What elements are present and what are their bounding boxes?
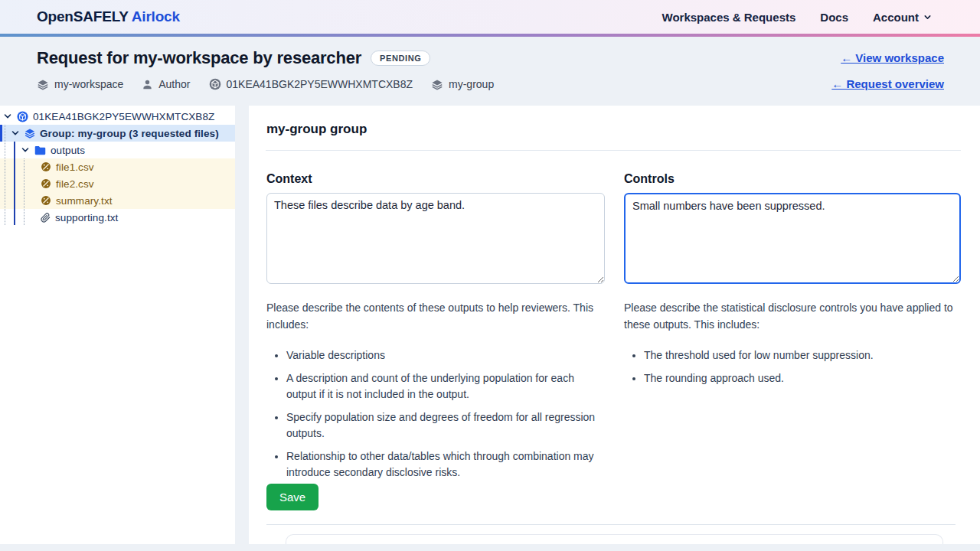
tree-item-summary-txt[interactable]: summary.txt xyxy=(0,192,235,209)
tree-guide-line xyxy=(5,125,5,225)
meta-workspace-label: my-workspace xyxy=(54,78,123,90)
meta-author-label: Author xyxy=(158,78,190,90)
meta-workspace: my-workspace xyxy=(37,78,123,90)
output-file-icon xyxy=(41,161,51,172)
context-bullet: Relationship to other data/tables which … xyxy=(286,448,605,481)
meta-request-id-label: 01KEA41BGK2PY5EWWHXMTCXB8Z xyxy=(227,78,413,90)
controls-help-list: The threshold used for low number suppre… xyxy=(624,347,961,386)
controls-help-text: Please describe the statistical disclosu… xyxy=(624,300,961,333)
meta-group: my-group xyxy=(431,78,494,90)
tree-item-label: outputs xyxy=(51,145,85,156)
brand-primary: OpenSAFELY xyxy=(37,8,128,24)
context-help-text: Please describe the contents of these ou… xyxy=(266,300,605,333)
chevron-down-icon xyxy=(923,13,932,21)
tree-item-label: supporting.txt xyxy=(55,212,118,223)
save-button[interactable]: Save xyxy=(266,484,318,510)
divider xyxy=(266,150,961,151)
tree-item-label: Group: my-group (3 requested files) xyxy=(40,128,219,139)
context-textarea[interactable]: These files describe data by age band. xyxy=(266,193,605,284)
meta-group-label: my-group xyxy=(449,78,494,90)
controls-bullet: The threshold used for low number suppre… xyxy=(644,347,961,364)
context-help-list: Variable descriptions A description and … xyxy=(266,347,605,481)
page: OpenSAFELY Airlock Workspaces & Requests… xyxy=(0,0,980,551)
chevron-down-icon[interactable] xyxy=(11,129,20,138)
tree-guide-line xyxy=(24,158,24,225)
tree-item-label: file2.csv xyxy=(56,178,94,190)
request-overview-link[interactable]: ← Request overview xyxy=(831,77,944,90)
tree-item-label: 01KEA41BGK2PY5EWWHXMTCXB8Z xyxy=(33,111,214,122)
request-icon xyxy=(17,111,28,122)
group-detail-panel: my-group group Context These files descr… xyxy=(249,106,980,544)
tree-item-label: summary.txt xyxy=(56,195,113,207)
cube-icon xyxy=(209,78,221,90)
file-tree-sidebar: 01KEA41BGK2PY5EWWHXMTCXB8Z Group: my-gro… xyxy=(0,106,235,544)
tree-item-label: file1.csv xyxy=(56,161,94,173)
comments-panel xyxy=(286,534,943,544)
layers-icon xyxy=(24,128,35,139)
paperclip-icon xyxy=(41,213,51,223)
divider xyxy=(266,524,956,525)
controls-column: Controls Small numbers have been suppres… xyxy=(624,172,961,393)
request-header: Request for my-workspace by researcher P… xyxy=(0,37,980,106)
folder-icon xyxy=(34,145,46,155)
tree-item-folder-outputs[interactable]: outputs xyxy=(0,142,235,158)
request-meta: my-workspace Author 01KEA41BGK2PY5EWWHXM… xyxy=(37,78,494,90)
context-bullet: A description and count of the underlyin… xyxy=(286,370,605,403)
nav-item-account-label: Account xyxy=(873,11,919,24)
context-column: Context These files describe data by age… xyxy=(266,172,605,487)
nav-links: Workspaces & Requests Docs Account xyxy=(662,11,932,24)
layers-icon xyxy=(431,79,443,90)
brand-logo[interactable]: OpenSAFELY Airlock xyxy=(37,8,180,25)
group-heading: my-group group xyxy=(266,122,367,137)
context-bullet: Variable descriptions xyxy=(286,347,605,364)
layers-icon xyxy=(37,79,49,90)
page-title: Request for my-workspace by researcher xyxy=(37,48,361,68)
context-heading: Context xyxy=(266,172,605,186)
brand-secondary: Airlock xyxy=(132,8,180,24)
output-file-icon xyxy=(41,178,51,189)
file-tree: 01KEA41BGK2PY5EWWHXMTCXB8Z Group: my-gro… xyxy=(0,106,235,226)
status-badge: PENDING xyxy=(371,51,430,66)
tree-item-file1-csv[interactable]: file1.csv xyxy=(0,158,235,175)
meta-request-id: 01KEA41BGK2PY5EWWHXMTCXB8Z xyxy=(209,78,413,90)
context-bullet: Specify population size and degrees of f… xyxy=(286,409,605,442)
controls-bullet: The rounding approach used. xyxy=(644,370,961,386)
chevron-down-icon[interactable] xyxy=(3,112,12,121)
tree-item-request-root[interactable]: 01KEA41BGK2PY5EWWHXMTCXB8Z xyxy=(0,108,235,125)
tree-item-supporting-txt[interactable]: supporting.txt xyxy=(0,209,235,226)
nav-item-account[interactable]: Account xyxy=(873,11,932,24)
view-workspace-link[interactable]: ← View workspace xyxy=(841,51,944,64)
user-icon xyxy=(142,79,153,90)
chevron-down-icon[interactable] xyxy=(21,145,30,155)
meta-author: Author xyxy=(142,78,190,90)
controls-heading: Controls xyxy=(624,172,961,186)
controls-textarea[interactable]: Small numbers have been suppressed. xyxy=(624,193,961,284)
nav-item-docs[interactable]: Docs xyxy=(820,11,848,24)
top-nav: OpenSAFELY Airlock Workspaces & Requests… xyxy=(0,0,980,34)
tree-item-file2-csv[interactable]: file2.csv xyxy=(0,175,235,192)
nav-item-workspaces-requests[interactable]: Workspaces & Requests xyxy=(662,11,796,24)
tree-item-group-my-group[interactable]: Group: my-group (3 requested files) xyxy=(0,125,235,142)
output-file-icon xyxy=(41,195,51,206)
tree-guide-line-active xyxy=(14,142,15,225)
